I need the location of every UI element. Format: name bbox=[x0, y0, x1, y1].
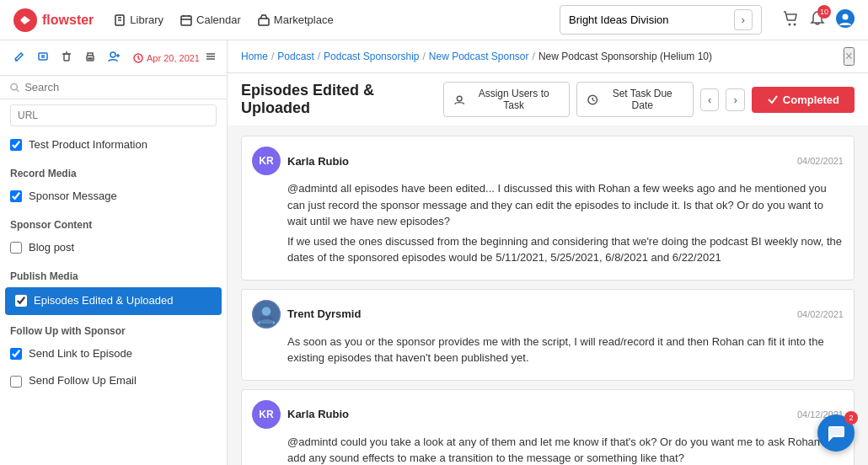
division-search[interactable]: › bbox=[560, 5, 762, 35]
comment-date: 04/02/2021 bbox=[797, 156, 844, 166]
breadcrumb-sponsorship[interactable]: Podcast Sponsorship bbox=[324, 51, 419, 62]
sponsor-message-checkbox[interactable] bbox=[10, 190, 22, 202]
search-icon bbox=[10, 83, 19, 93]
nav-items: Library Calendar Marketplace bbox=[114, 13, 333, 26]
check-icon bbox=[767, 94, 779, 105]
top-nav-icons: 10 bbox=[782, 9, 855, 30]
svg-line-26 bbox=[138, 58, 140, 60]
view-icon bbox=[37, 51, 49, 62]
comment-header: Trent Dyrsmid 04/02/2021 bbox=[252, 300, 844, 329]
set-due-date-button[interactable]: Set Task Due Date bbox=[576, 82, 694, 117]
episodes-edited-checkbox[interactable] bbox=[15, 295, 27, 307]
print-icon bbox=[84, 51, 96, 62]
section-publish-media: Publish Media bbox=[0, 262, 227, 286]
svg-line-35 bbox=[592, 99, 594, 100]
print-button[interactable] bbox=[81, 47, 99, 68]
assign-users-button[interactable]: Assign Users to Task bbox=[443, 82, 570, 117]
logo-text: flowster bbox=[42, 13, 94, 28]
svg-rect-4 bbox=[181, 16, 191, 25]
episodes-edited-label: Episodes Edited & Uploaded bbox=[34, 294, 212, 308]
profile-button[interactable] bbox=[836, 9, 855, 30]
breadcrumb: Home / Podcast / Podcast Sponsorship / N… bbox=[228, 40, 868, 73]
completed-button[interactable]: Completed bbox=[752, 87, 855, 113]
svg-rect-17 bbox=[64, 54, 69, 61]
test-product-item[interactable]: Test Product Information bbox=[0, 131, 227, 159]
comment-author: Trent Dyrsmid bbox=[287, 307, 361, 320]
next-button[interactable]: › bbox=[726, 88, 744, 111]
breadcrumb-home[interactable]: Home bbox=[241, 51, 268, 62]
section-follow-up: Follow Up with Sponsor bbox=[0, 317, 227, 340]
comment-author-row: KR Karla Rubio bbox=[252, 400, 349, 429]
comment-author-row: Trent Dyrsmid bbox=[252, 300, 361, 329]
blog-post-checkbox[interactable] bbox=[10, 242, 22, 254]
comment-card: KR Karla Rubio 04/12/2021 @admintd could… bbox=[241, 389, 855, 466]
comments-area: KR Karla Rubio 04/02/2021 @admintd all e… bbox=[228, 126, 868, 465]
send-followup-checkbox[interactable] bbox=[10, 376, 22, 388]
sidebar: Apr 20, 2021 Test Product Information Re… bbox=[0, 40, 228, 465]
svg-point-37 bbox=[262, 307, 271, 316]
main-content: Home / Podcast / Podcast Sponsorship / N… bbox=[228, 40, 868, 465]
nav-marketplace[interactable]: Marketplace bbox=[258, 13, 334, 26]
add-user-button[interactable] bbox=[104, 47, 123, 68]
avatar: KR bbox=[252, 147, 281, 175]
comment-header: KR Karla Rubio 04/02/2021 bbox=[252, 147, 844, 175]
comment-body: As soon as you or the sponsor provides m… bbox=[287, 334, 844, 366]
view-button[interactable] bbox=[34, 47, 52, 68]
edit-button[interactable] bbox=[10, 47, 29, 68]
nav-calendar[interactable]: Calendar bbox=[180, 13, 241, 26]
send-followup-label: Send Follow Up Email bbox=[29, 374, 217, 388]
person-icon bbox=[454, 94, 464, 105]
notifications-button[interactable]: 10 bbox=[809, 10, 826, 29]
book-icon bbox=[114, 14, 126, 26]
sidebar-item-episodes-edited[interactable]: Episodes Edited & Uploaded bbox=[5, 287, 222, 315]
top-nav: flowster Library Calendar Marketplace › bbox=[0, 0, 868, 40]
svg-point-9 bbox=[789, 24, 791, 26]
prev-button[interactable]: ‹ bbox=[700, 88, 719, 111]
sponsor-message-label: Sponsor Message bbox=[29, 190, 217, 204]
svg-rect-20 bbox=[88, 58, 92, 59]
comment-author: Karla Rubio bbox=[287, 408, 349, 420]
avatar: KR bbox=[252, 400, 281, 429]
sidebar-item-blog-post[interactable]: Blog post bbox=[0, 234, 227, 262]
sidebar-item-send-link[interactable]: Send Link to Episode bbox=[0, 340, 227, 368]
search-input[interactable] bbox=[24, 81, 217, 94]
blog-post-label: Blog post bbox=[29, 241, 217, 255]
comment-card: Trent Dyrsmid 04/02/2021 As soon as you … bbox=[241, 289, 855, 381]
svg-point-12 bbox=[843, 14, 849, 20]
comment-date: 04/02/2021 bbox=[797, 309, 844, 319]
comment-body: @admintd all episodes have been edited..… bbox=[287, 180, 844, 266]
comment-author: Karla Rubio bbox=[287, 155, 349, 168]
breadcrumb-close-button[interactable]: × bbox=[844, 47, 855, 66]
cart-button[interactable] bbox=[782, 10, 799, 29]
trash-icon bbox=[61, 51, 72, 62]
sidebar-item-sponsor-message[interactable]: Sponsor Message bbox=[0, 183, 227, 211]
breadcrumb-new-sponsor[interactable]: New Podcast Sponsor bbox=[429, 51, 529, 62]
comment-author-row: KR Karla Rubio bbox=[252, 147, 349, 175]
sidebar-lines-button[interactable] bbox=[205, 51, 217, 65]
svg-rect-38 bbox=[260, 316, 273, 325]
section-sponsor-content: Sponsor Content bbox=[0, 211, 227, 234]
breadcrumb-podcast[interactable]: Podcast bbox=[277, 51, 313, 62]
chat-fab[interactable]: 2 bbox=[817, 414, 855, 452]
edit-icon bbox=[13, 51, 25, 62]
svg-point-21 bbox=[110, 52, 115, 57]
svg-rect-14 bbox=[39, 53, 47, 60]
svg-point-30 bbox=[11, 83, 17, 89]
division-arrow[interactable]: › bbox=[734, 9, 753, 30]
logo[interactable]: flowster bbox=[13, 8, 94, 32]
sidebar-item-send-followup[interactable]: Send Follow Up Email bbox=[0, 367, 227, 395]
avatar-image bbox=[254, 300, 279, 329]
sidebar-date: Apr 20, 2021 bbox=[133, 53, 200, 63]
send-link-checkbox[interactable] bbox=[10, 348, 22, 360]
svg-point-32 bbox=[457, 96, 462, 101]
nav-library[interactable]: Library bbox=[114, 13, 163, 26]
url-input[interactable] bbox=[10, 104, 217, 126]
main-header: Episodes Edited & Uploaded Assign Users … bbox=[228, 73, 868, 126]
comment-card: KR Karla Rubio 04/02/2021 @admintd all e… bbox=[241, 136, 855, 281]
test-product-label: Test Product Information bbox=[29, 138, 217, 152]
test-product-checkbox[interactable] bbox=[10, 139, 22, 151]
delete-button[interactable] bbox=[57, 47, 76, 68]
division-input[interactable] bbox=[569, 13, 734, 26]
sidebar-search[interactable] bbox=[0, 76, 227, 99]
send-link-label: Send Link to Episode bbox=[29, 347, 217, 361]
